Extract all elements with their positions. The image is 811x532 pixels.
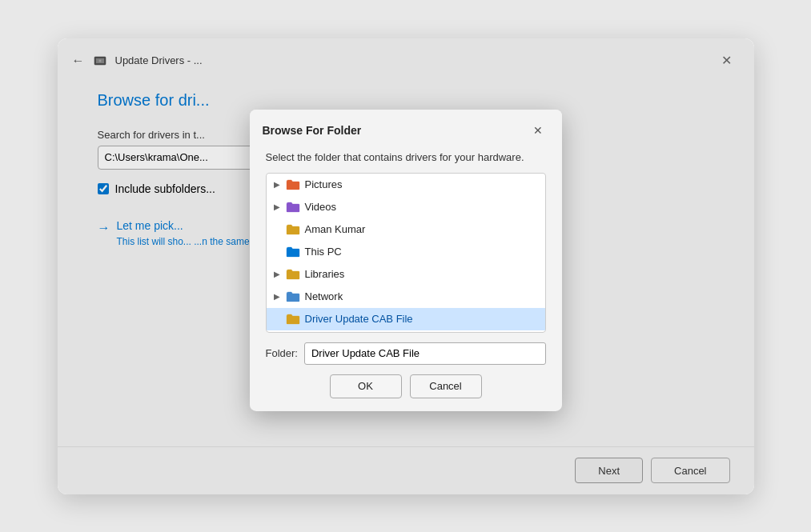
dialog-titlebar: Browse For Folder ✕ — [250, 109, 562, 147]
dialog-close-button[interactable]: ✕ — [527, 118, 549, 141]
tree-item-label: Driver Update CAB File — [305, 313, 413, 325]
dialog-ok-button[interactable]: OK — [330, 374, 402, 398]
tree-arrow-icon: ▶ — [273, 180, 281, 189]
tree-item-libraries[interactable]: ▶ Libraries — [267, 262, 545, 285]
folder-icon — [286, 289, 300, 303]
folder-icon — [286, 244, 300, 258]
tree-item-label: This PC — [305, 246, 342, 258]
folder-icon — [286, 266, 300, 281]
tree-item-this-pc[interactable]: This PC — [267, 240, 545, 262]
tree-item-label: Videos — [305, 201, 337, 213]
dialog-cancel-button[interactable]: Cancel — [410, 374, 482, 398]
dialog-instruction: Select the folder that contains drivers … — [266, 150, 546, 162]
tree-item-pictures[interactable]: ▶ Pictures — [267, 173, 545, 195]
tree-item-label: Network — [305, 290, 343, 302]
tree-arrow-icon: ▶ — [273, 292, 281, 301]
tree-item-videos[interactable]: ▶ Videos — [267, 195, 545, 218]
tree-item-label: Aman Kumar — [305, 223, 366, 235]
tree-item-label: Pictures — [305, 178, 343, 190]
folder-icon — [286, 199, 300, 214]
folder-tree[interactable]: ▶ Pictures▶ Videos Aman Kumar This PC▶ L… — [266, 172, 546, 332]
tree-item-aman-kumar[interactable]: Aman Kumar — [267, 218, 545, 240]
tree-arrow-icon: ▶ — [273, 202, 281, 211]
dialog-title: Browse For Folder — [263, 123, 362, 136]
main-window: ← Update Drivers - ... ✕ Browse for dri.… — [58, 38, 754, 494]
tree-arrow-icon: ▶ — [273, 270, 281, 278]
folder-icon — [286, 222, 300, 236]
browse-folder-dialog: Browse For Folder ✕ Select the folder th… — [250, 109, 562, 410]
folder-icon — [286, 177, 300, 191]
dialog-buttons: OK Cancel — [266, 370, 546, 398]
dialog-body: Select the folder that contains drivers … — [250, 147, 562, 410]
folder-label: Folder: — [266, 347, 298, 359]
tree-item-label: Libraries — [305, 268, 345, 280]
folder-row: Folder: — [266, 332, 546, 370]
folder-icon — [286, 311, 300, 326]
tree-item-driver-update-cab[interactable]: Driver Update CAB File — [267, 307, 545, 330]
tree-item-network[interactable]: ▶ Network — [267, 285, 545, 307]
folder-name-input[interactable] — [304, 342, 546, 364]
